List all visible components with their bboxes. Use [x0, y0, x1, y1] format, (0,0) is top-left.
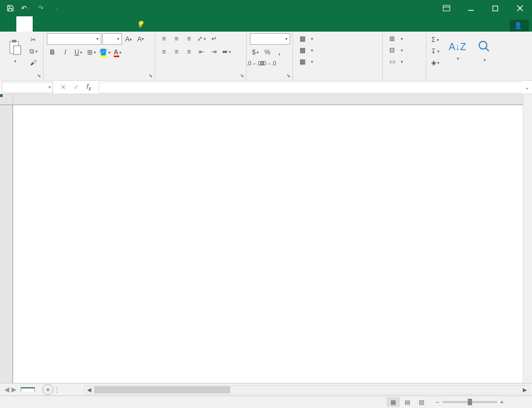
fill-color-button[interactable]: 🪣▾ — [99, 47, 110, 58]
group-font: ▾ ▾ A▴ A▾ B I U▾ ⊞▾ 🪣▾ A▾ ⬊ — [44, 32, 155, 80]
insert-cells-button[interactable]: ⊞▾ — [386, 33, 423, 44]
merge-center-button[interactable]: ⬌▾ — [221, 46, 232, 57]
formula-input[interactable] — [99, 82, 522, 93]
italic-button[interactable]: I — [60, 47, 71, 58]
number-dialog-launcher[interactable]: ⬊ — [286, 73, 291, 78]
hscroll-left[interactable]: ◀ — [84, 386, 94, 394]
font-name-select[interactable]: ▾ — [47, 33, 101, 45]
quick-access-toolbar: ↶▾ ↷ ▾ — [0, 1, 63, 15]
name-box[interactable]: ▾ — [2, 82, 53, 93]
qat-customize-button[interactable]: ▾ — [49, 1, 63, 15]
worksheet-grid — [0, 94, 532, 383]
align-bottom-button[interactable]: ≡ — [184, 33, 194, 44]
tab-file[interactable] — [0, 16, 16, 32]
align-right-button[interactable]: ≡ — [184, 46, 194, 57]
tab-review[interactable] — [98, 16, 114, 32]
align-top-button[interactable]: ≡ — [158, 33, 169, 44]
align-center-button[interactable]: ≡ — [171, 46, 182, 57]
redo-button[interactable]: ↷ — [34, 1, 48, 15]
paste-button[interactable]: ▾ — [3, 33, 26, 69]
select-all-button[interactable] — [0, 94, 13, 105]
svg-rect-0 — [443, 5, 450, 11]
new-sheet-button[interactable]: + — [42, 384, 53, 395]
window-controls — [434, 0, 532, 16]
wrap-text-button[interactable]: ↵ — [209, 33, 219, 44]
copy-button[interactable]: ⧉▾ — [28, 46, 39, 57]
row-headers — [0, 105, 13, 383]
font-dialog-launcher[interactable]: ⬊ — [149, 73, 153, 78]
align-left-button[interactable]: ≡ — [158, 46, 169, 57]
horizontal-scrollbar[interactable]: ◀ ▶ — [84, 385, 530, 394]
clear-button[interactable]: ◈▾ — [430, 57, 441, 68]
increase-font-button[interactable]: A▴ — [123, 34, 134, 45]
hscroll-right[interactable]: ▶ — [520, 386, 529, 394]
tab-view[interactable] — [114, 16, 131, 32]
borders-button[interactable]: ⊞▾ — [86, 47, 97, 58]
font-color-button[interactable]: A▾ — [112, 47, 123, 58]
hscroll-thumb[interactable] — [94, 386, 230, 393]
autosum-button[interactable]: Σ▾ — [430, 34, 441, 45]
decrease-indent-button[interactable]: ⇤ — [196, 46, 207, 57]
share-icon: 👤 — [514, 22, 522, 29]
sort-filter-button[interactable]: A↓Z ▾ — [444, 33, 470, 69]
cell-styles-button[interactable]: ▦▾ — [296, 56, 379, 67]
svg-point-9 — [479, 41, 487, 49]
page-break-view-button[interactable]: ▧ — [415, 397, 428, 407]
expand-formula-bar-button[interactable]: ⌄ — [522, 83, 532, 91]
cond-format-icon: ▦ — [298, 34, 307, 43]
bold-button[interactable]: B — [47, 47, 58, 58]
zoom-out-button[interactable]: − — [436, 399, 439, 405]
percent-format-button[interactable]: % — [262, 47, 273, 58]
sheet-tabs-bar: ◀ ▶ + ⋮ ◀ ▶ — [0, 383, 532, 395]
cut-button[interactable]: ✂ — [28, 34, 39, 45]
comma-format-button[interactable]: , — [274, 47, 285, 58]
font-size-select[interactable]: ▾ — [102, 33, 122, 45]
save-button[interactable] — [3, 1, 17, 15]
number-format-select[interactable]: ▾ — [250, 33, 290, 45]
delete-cells-button[interactable]: ⊟▾ — [386, 45, 423, 56]
decrease-decimal-button[interactable]: .00→.0 — [262, 58, 273, 69]
undo-button[interactable]: ↶▾ — [19, 1, 33, 15]
close-button[interactable] — [507, 0, 532, 16]
tell-me-search[interactable]: 💡 — [131, 17, 153, 32]
column-headers — [13, 94, 523, 105]
alignment-dialog-launcher[interactable]: ⬊ — [240, 73, 244, 78]
tab-home[interactable] — [16, 16, 33, 32]
tab-formulas[interactable] — [65, 16, 82, 32]
find-select-button[interactable]: ▾ — [471, 33, 497, 69]
decrease-font-button[interactable]: A▾ — [135, 34, 146, 45]
minimize-button[interactable] — [458, 0, 483, 16]
format-as-table-button[interactable]: ▦▾ — [296, 45, 379, 56]
sheet-nav-prev[interactable]: ◀ — [4, 386, 9, 393]
delete-icon: ⊟ — [388, 46, 396, 54]
align-middle-button[interactable]: ≡ — [171, 33, 182, 44]
svg-rect-7 — [12, 40, 16, 42]
format-cells-button[interactable]: ▭▾ — [386, 56, 423, 67]
enter-formula-button[interactable]: ✓ — [74, 83, 79, 91]
zoom-in-button[interactable]: + — [500, 399, 504, 405]
accounting-format-button[interactable]: $▾ — [250, 47, 261, 58]
sheet-tab-active[interactable] — [21, 387, 35, 392]
maximize-button[interactable] — [483, 0, 507, 16]
cells-area[interactable] — [13, 105, 523, 383]
format-painter-button[interactable]: 🖌 — [28, 57, 39, 68]
ribbon-options-button[interactable] — [434, 0, 458, 16]
tab-insert[interactable] — [33, 16, 49, 32]
page-layout-view-button[interactable]: ▤ — [401, 397, 414, 407]
cancel-formula-button[interactable]: ✕ — [60, 83, 66, 91]
tab-page-layout[interactable] — [49, 16, 65, 32]
increase-indent-button[interactable]: ⇥ — [209, 46, 219, 57]
sheet-nav-next[interactable]: ▶ — [11, 386, 16, 393]
normal-view-button[interactable]: ▦ — [387, 397, 400, 407]
clipboard-dialog-launcher[interactable]: ⬊ — [37, 73, 41, 78]
share-button[interactable]: 👤 — [510, 20, 529, 32]
tab-data[interactable] — [82, 16, 98, 32]
orientation-button[interactable]: ⤢▾ — [196, 33, 207, 44]
insert-function-button[interactable]: fx — [87, 83, 91, 92]
zoom-slider[interactable] — [443, 401, 497, 403]
group-number: ▾ $▾ % , .0→.00 .00→.0 ⬊ — [247, 32, 293, 80]
underline-button[interactable]: U▾ — [73, 47, 84, 58]
vertical-scrollbar[interactable] — [523, 94, 532, 383]
fill-button[interactable]: ↧▾ — [430, 46, 441, 57]
conditional-formatting-button[interactable]: ▦▾ — [296, 33, 379, 44]
